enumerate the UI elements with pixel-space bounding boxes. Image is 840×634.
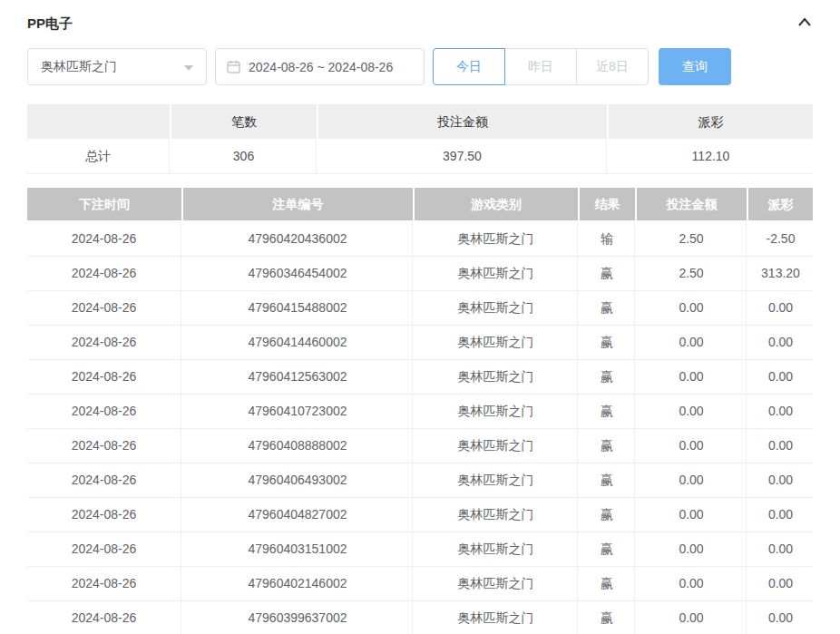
cell-payout: 0.00	[748, 360, 813, 394]
cell-order-number: 47960406493002	[183, 463, 413, 497]
cell-result: 赢	[580, 429, 635, 463]
header-payout: 派彩	[748, 188, 813, 220]
table-row: 2024-08-26 47960399637002 奥林匹斯之门 赢 0.00 …	[27, 601, 813, 634]
cell-bet-time: 2024-08-26	[27, 567, 181, 600]
cell-bet-amount: 0.00	[637, 395, 747, 428]
date-range-value: 2024-08-26 ~ 2024-08-26	[249, 60, 393, 74]
cell-result: 赢	[580, 395, 635, 428]
chevron-up-icon	[796, 16, 813, 32]
summary-total-count: 306	[171, 139, 317, 173]
cell-order-number: 47960412563002	[183, 360, 413, 394]
cell-bet-amount: 0.00	[637, 601, 747, 634]
cell-payout: 0.00	[748, 326, 813, 359]
cell-bet-amount: 0.00	[637, 326, 747, 359]
bets-table: 下注时间 注单编号 游戏类别 结果 投注金额 派彩 2024-08-26 479…	[27, 188, 813, 634]
summary-total-payout: 112.10	[609, 139, 813, 173]
cell-result: 赢	[580, 291, 635, 325]
cell-order-number: 47960403151002	[183, 532, 413, 566]
cell-result: 赢	[580, 463, 635, 497]
cell-result: 赢	[580, 532, 635, 566]
header-bet-amount: 投注金额	[637, 188, 747, 220]
header-order-number: 注单编号	[183, 188, 413, 220]
cell-result: 赢	[580, 498, 635, 532]
cell-bet-time: 2024-08-26	[27, 463, 181, 497]
cell-game-category: 奥林匹斯之门	[415, 567, 578, 600]
cell-game-category: 奥林匹斯之门	[415, 429, 578, 463]
cell-game-category: 奥林匹斯之门	[415, 360, 578, 394]
cell-bet-time: 2024-08-26	[27, 532, 181, 566]
summary-table: 笔数 投注金额 派彩 总计 306 397.50 112.10	[27, 104, 813, 174]
query-button[interactable]: 查询	[659, 48, 731, 85]
cell-bet-amount: 0.00	[637, 567, 747, 600]
cell-bet-time: 2024-08-26	[27, 429, 181, 463]
pp-panel: PP电子 奥林匹斯之门 2024-08-26 ~ 2024-08-26	[0, 0, 840, 634]
cell-result: 输	[580, 222, 635, 256]
cell-result: 赢	[580, 567, 635, 600]
cell-bet-amount: 2.50	[637, 257, 747, 290]
header-result: 结果	[580, 188, 635, 220]
panel-header: PP电子	[27, 0, 813, 34]
cell-result: 赢	[580, 360, 635, 394]
cell-order-number: 47960399637002	[183, 601, 413, 634]
cell-game-category: 奥林匹斯之门	[415, 463, 578, 497]
cell-bet-time: 2024-08-26	[27, 601, 181, 634]
summary-header-count: 笔数	[171, 104, 317, 139]
cell-result: 赢	[580, 326, 635, 359]
cell-bet-amount: 0.00	[637, 429, 747, 463]
cell-bet-amount: 0.00	[637, 291, 747, 325]
header-bet-time: 下注时间	[27, 188, 181, 220]
cell-bet-time: 2024-08-26	[27, 291, 181, 325]
cell-game-category: 奥林匹斯之门	[415, 291, 578, 325]
cell-game-category: 奥林匹斯之门	[415, 601, 578, 634]
summary-total-bet-amount: 397.50	[318, 139, 607, 173]
game-select[interactable]: 奥林匹斯之门	[27, 48, 207, 85]
cell-bet-time: 2024-08-26	[27, 360, 181, 394]
cell-game-category: 奥林匹斯之门	[415, 222, 578, 256]
cell-game-category: 奥林匹斯之门	[415, 257, 578, 290]
cell-payout: -2.50	[748, 222, 813, 256]
cell-order-number: 47960346454002	[183, 257, 413, 290]
table-row: 2024-08-26 47960408888002 奥林匹斯之门 赢 0.00 …	[27, 429, 813, 463]
page-title: PP电子	[27, 15, 73, 33]
cell-payout: 0.00	[748, 395, 813, 428]
last-8-days-button[interactable]: 近8日	[576, 48, 649, 85]
table-row: 2024-08-26 47960406493002 奥林匹斯之门 赢 0.00 …	[27, 463, 813, 498]
cell-payout: 0.00	[748, 498, 813, 532]
cell-bet-amount: 0.00	[637, 498, 747, 532]
date-range-input[interactable]: 2024-08-26 ~ 2024-08-26	[215, 48, 425, 85]
collapse-panel-button[interactable]	[796, 16, 813, 32]
cell-bet-amount: 0.00	[637, 463, 747, 497]
cell-result: 赢	[580, 601, 635, 634]
cell-order-number: 47960415488002	[183, 291, 413, 325]
today-button[interactable]: 今日	[433, 48, 505, 85]
cell-game-category: 奥林匹斯之门	[415, 498, 578, 532]
cell-payout: 313.20	[748, 257, 813, 290]
cell-bet-amount: 0.00	[637, 532, 747, 566]
cell-bet-time: 2024-08-26	[27, 498, 181, 532]
summary-header-empty	[27, 104, 170, 139]
table-row: 2024-08-26 47960346454002 奥林匹斯之门 赢 2.50 …	[27, 257, 813, 291]
summary-total-label: 总计	[27, 139, 170, 173]
summary-header-bet-amount: 投注金额	[318, 104, 607, 139]
table-row: 2024-08-26 47960410723002 奥林匹斯之门 赢 0.00 …	[27, 395, 813, 429]
cell-bet-time: 2024-08-26	[27, 326, 181, 359]
filter-controls: 奥林匹斯之门 2024-08-26 ~ 2024-08-26 今日 昨日 近8日…	[27, 48, 813, 85]
table-row: 2024-08-26 47960414460002 奥林匹斯之门 赢 0.00 …	[27, 326, 813, 360]
yesterday-button[interactable]: 昨日	[504, 48, 577, 85]
table-row: 2024-08-26 47960415488002 奥林匹斯之门 赢 0.00 …	[27, 291, 813, 326]
cell-game-category: 奥林匹斯之门	[415, 326, 578, 359]
cell-order-number: 47960408888002	[183, 429, 413, 463]
cell-payout: 0.00	[748, 463, 813, 497]
cell-order-number: 47960404827002	[183, 498, 413, 532]
cell-order-number: 47960410723002	[183, 395, 413, 428]
summary-header-row: 笔数 投注金额 派彩	[27, 104, 813, 139]
table-row: 2024-08-26 47960404827002 奥林匹斯之门 赢 0.00 …	[27, 498, 813, 532]
cell-game-category: 奥林匹斯之门	[415, 532, 578, 566]
cell-order-number: 47960414460002	[183, 326, 413, 359]
cell-bet-time: 2024-08-26	[27, 257, 181, 290]
cell-result: 赢	[580, 257, 635, 290]
cell-bet-time: 2024-08-26	[27, 222, 181, 256]
cell-payout: 0.00	[748, 291, 813, 325]
summary-header-payout: 派彩	[609, 104, 813, 139]
cell-order-number: 47960420436002	[183, 222, 413, 256]
